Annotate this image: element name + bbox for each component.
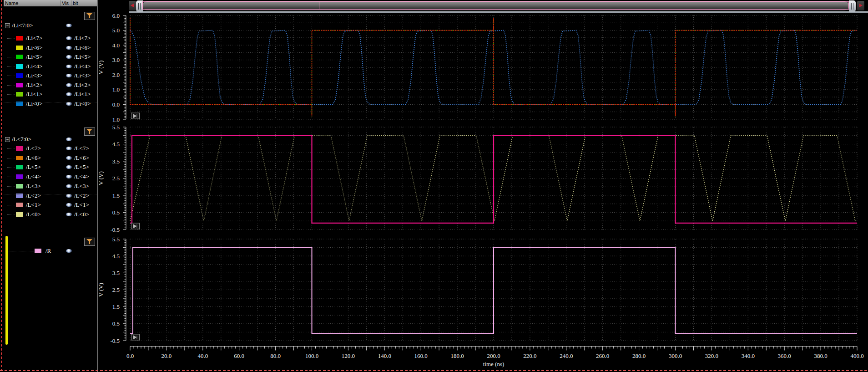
x-tick-label: 380.0 [814, 352, 827, 359]
x-tick-label: 40.0 [197, 352, 208, 359]
y-tick-label: 1.5 [112, 303, 120, 310]
y-axis-ruler [123, 15, 126, 119]
x-tick-label: 300.0 [669, 352, 682, 359]
y-tick-label: 4.5 [112, 253, 120, 260]
waveform-/Li<7>[interactable] [130, 18, 857, 117]
y-tick-label: 5.5 [112, 236, 120, 243]
y-axis-ruler [123, 127, 126, 229]
y-axis-title: V (V) [97, 61, 104, 74]
x-tick-label: 200.0 [487, 352, 500, 359]
x-tick-label: 340.0 [742, 352, 755, 359]
y-tick-label: 5.5 [112, 124, 120, 131]
y-tick-label: 1.0 [112, 86, 120, 93]
window-bottom-border [0, 370, 868, 371]
x-tick-label: 120.0 [342, 352, 355, 359]
x-tick-label: 60.0 [234, 352, 244, 359]
window-left-border [1, 0, 2, 372]
y-tick-label: 0.5 [112, 209, 120, 216]
y-tick-label: 3.5 [112, 158, 120, 165]
x-tick-label: 140.0 [378, 352, 391, 359]
waveform-viewer-window: Name Vis bit −/Li<7:0>/Li<7>/Li<7>/Li<6>… [0, 0, 868, 372]
y-tick-label: -0.5 [110, 337, 120, 344]
y-tick-label: 2.0 [112, 71, 120, 78]
waveform-/R[interactable] [130, 248, 857, 334]
x-tick-label: 180.0 [450, 352, 464, 359]
y-tick-label: -1.0 [110, 116, 120, 123]
x-tick-label: 160.0 [414, 352, 428, 359]
y-tick-label: 5.0 [112, 27, 120, 34]
y-tick-label: 6.0 [112, 12, 120, 19]
x-tick-label: 240.0 [560, 352, 573, 359]
x-axis-title: time (ns) [483, 361, 505, 367]
x-axis-ruler [130, 347, 857, 351]
y-tick-label: 2.5 [112, 175, 120, 182]
y-tick-label: 4.5 [112, 141, 120, 148]
y-tick-label: 1.5 [112, 192, 120, 199]
x-tick-label: 400.0 [850, 352, 863, 359]
y-axis-ruler [123, 239, 126, 341]
y-tick-label: 3.5 [112, 270, 120, 276]
x-tick-label: 260.0 [596, 352, 609, 359]
y-tick-label: 4.0 [112, 42, 120, 49]
x-tick-label: 220.0 [523, 352, 536, 359]
y-tick-label: 0.0 [112, 101, 120, 108]
y-tick-label: 3.0 [112, 56, 120, 63]
x-tick-label: 360.0 [778, 352, 791, 359]
x-tick-label: 20.0 [161, 352, 172, 359]
x-tick-label: 80.0 [270, 352, 281, 359]
x-tick-label: 100.0 [305, 352, 318, 359]
y-axis-title: V (V) [97, 283, 104, 296]
y-tick-label: 2.5 [112, 286, 120, 293]
y-tick-label: 0.5 [112, 320, 120, 327]
waveform-plot-area: 6.05.04.03.02.01.00.0-1.0V (V)5.54.53.52… [0, 0, 868, 372]
x-tick-label: 280.0 [632, 352, 646, 359]
y-tick-label: -0.5 [110, 226, 120, 233]
x-tick-label: 0.0 [126, 352, 134, 359]
y-axis-title: V (V) [97, 171, 104, 185]
waveform-/L<7>[interactable] [130, 136, 857, 223]
x-tick-label: 320.0 [705, 352, 718, 359]
